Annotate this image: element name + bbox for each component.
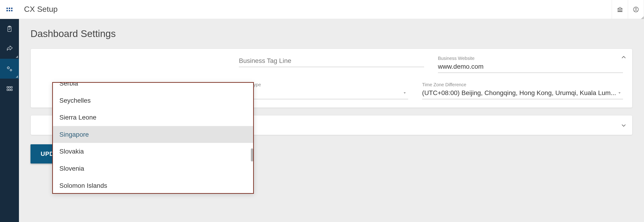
gears-icon <box>6 65 13 72</box>
website-label: Business Website <box>438 56 623 61</box>
dropdown-caret[interactable] <box>402 91 407 96</box>
page-title: Dashboard Settings <box>30 28 632 39</box>
svg-point-5 <box>10 69 12 71</box>
sidebar-item-grid[interactable] <box>0 79 19 99</box>
svg-rect-7 <box>9 87 10 88</box>
apps-launcher[interactable] <box>0 0 19 19</box>
country-dropdown-list: Serbia Seychelles Sierra Leone Singapore… <box>53 82 253 190</box>
timezone-label: Time Zone Difference <box>422 82 623 87</box>
sidebar-item-tasks[interactable] <box>0 19 19 39</box>
apps-icon <box>6 8 12 11</box>
main-area: Dashboard Settings Business Website <box>0 19 644 222</box>
country-option-slovenia[interactable]: Slovenia <box>53 160 253 177</box>
left-sidebar <box>0 19 19 222</box>
caret-down-icon <box>402 91 407 95</box>
share-arrow-icon <box>6 45 13 52</box>
business-type-label: Business Type <box>231 82 408 87</box>
app-header: CX Setup <box>0 0 644 19</box>
country-option-singapore[interactable]: Singapore <box>53 126 253 143</box>
institution-button[interactable] <box>612 0 628 19</box>
country-option-slovakia[interactable]: Slovakia <box>53 143 253 160</box>
content-area: Dashboard Settings Business Website <box>19 19 644 222</box>
website-input[interactable] <box>438 62 623 73</box>
dropdown-scrollbar[interactable] <box>251 148 253 161</box>
business-type-select[interactable]: Retail <box>231 88 408 99</box>
account-button[interactable] <box>628 0 644 19</box>
svg-rect-11 <box>11 89 12 91</box>
chevron-down-icon <box>621 122 627 128</box>
svg-rect-9 <box>7 89 8 91</box>
expand-indicator-icon <box>16 75 18 78</box>
country-option-seychelles[interactable]: Seychelles <box>53 92 253 109</box>
app-title: CX Setup <box>24 5 58 14</box>
tagline-field[interactable] <box>239 56 424 73</box>
business-type-field[interactable]: Business Type Retail <box>231 82 408 99</box>
svg-rect-8 <box>11 87 12 88</box>
bank-icon <box>617 7 623 13</box>
country-option-sierra-leone[interactable]: Sierra Leone <box>53 109 253 126</box>
resize-handle-icon <box>641 16 644 19</box>
svg-point-1 <box>635 8 637 10</box>
country-option-solomon-islands[interactable]: Solomon Islands <box>53 177 253 190</box>
dropdown-caret[interactable] <box>618 91 622 96</box>
expand-indicator-icon <box>16 56 18 58</box>
timezone-select[interactable]: (UTC+08:00) Beijing, Chongqing, Hong Kon… <box>422 88 623 99</box>
timezone-field[interactable]: Time Zone Difference (UTC+08:00) Beijing… <box>422 82 623 99</box>
svg-rect-10 <box>9 89 10 91</box>
caret-down-icon <box>618 91 622 95</box>
user-circle-icon <box>633 7 639 13</box>
clipboard-icon <box>6 26 13 32</box>
header-actions <box>612 0 644 19</box>
expand-panel-button[interactable] <box>621 122 627 129</box>
website-field[interactable]: Business Website <box>438 56 623 73</box>
country-dropdown[interactable]: Serbia Seychelles Sierra Leone Singapore… <box>52 82 254 194</box>
country-option-serbia[interactable]: Serbia <box>53 82 253 92</box>
tagline-input[interactable] <box>239 56 424 67</box>
sidebar-item-setup[interactable] <box>0 59 19 79</box>
country-field[interactable] <box>40 56 225 73</box>
grid-modules-icon <box>6 85 13 92</box>
sidebar-item-share[interactable] <box>0 39 19 59</box>
svg-rect-6 <box>7 87 8 88</box>
form-row-1: Business Website <box>40 56 623 73</box>
